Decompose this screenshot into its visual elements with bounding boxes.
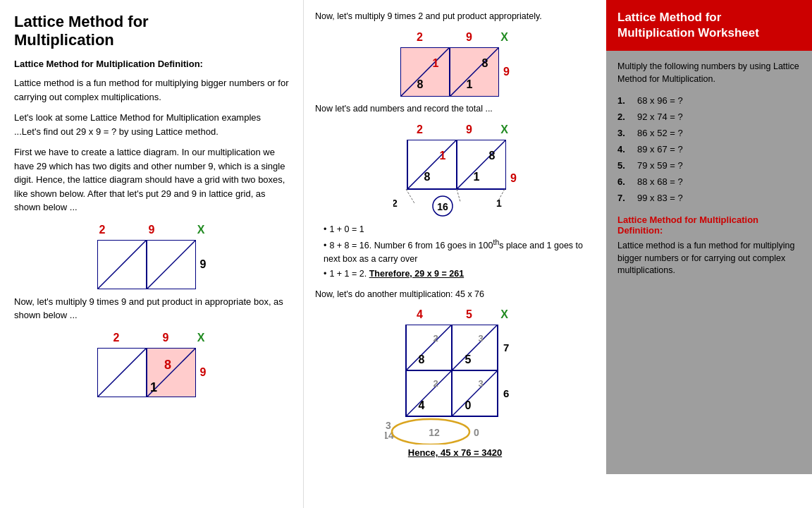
svg-text:1: 1 (474, 171, 480, 183)
svg-text:3: 3 (478, 378, 483, 389)
grid3-svg: 1 8 8 1 (400, 47, 499, 97)
svg-text:8: 8 (489, 150, 496, 162)
grid4-x: X (494, 121, 515, 138)
para4: Now, let's multiply 9 times 9 and put pr… (14, 295, 289, 322)
grid1-col2-label: 9 (127, 222, 176, 238)
lattice-grid-3: 2 9 X 1 8 8 1 9 (315, 29, 595, 97)
grid5-x: X (494, 306, 515, 323)
grid1-right-label: 9 (200, 256, 207, 273)
svg-text:8: 8 (417, 78, 424, 90)
grid4-svg: 1 8 8 1 2 16 1 (393, 140, 506, 217)
svg-line-6 (97, 348, 147, 397)
lattice-grid-4: 2 9 X 1 8 8 1 2 16 1 (315, 121, 595, 217)
grid4-col1: 2 (395, 121, 445, 138)
svg-line-30 (406, 189, 414, 203)
svg-text:8: 8 (424, 171, 431, 183)
definition-title: Lattice Method for Multiplication Defini… (14, 57, 289, 71)
left-panel: Lattice Method forMultiplication Lattice… (0, 0, 303, 508)
problem-item: 6.88 x 68 = ? (617, 176, 801, 187)
right-panel: Lattice Method for Multiplication Worksh… (606, 0, 812, 508)
svg-text:2: 2 (393, 198, 398, 209)
svg-text:0: 0 (465, 399, 471, 411)
problem-list: 1.68 x 96 = ?2.92 x 74 = ?3.86 x 52 = ?4… (617, 95, 801, 203)
right-panel-body: Multiply the following numbers by using … (606, 51, 812, 474)
svg-line-38 (452, 325, 498, 370)
para3: First we have to create a lattice diagra… (14, 145, 289, 214)
bullet-list: 1 + 0 = 1 8 + 8 = 16. Number 6 from 16 g… (324, 223, 595, 281)
svg-text:3: 3 (478, 333, 483, 344)
problem-item: 4.89 x 67 = ? (617, 144, 801, 155)
svg-text:8: 8 (418, 353, 424, 365)
svg-text:0: 0 (474, 427, 479, 438)
grid2-col2-label: 9 (141, 329, 190, 346)
problem-item: 3.86 x 52 = ? (617, 128, 801, 138)
middle-para1: Now, let's multiply 9 times 2 and put pr… (315, 10, 595, 23)
svg-text:5: 5 (465, 353, 471, 365)
grid3-col2: 9 (445, 29, 494, 46)
svg-line-21 (457, 140, 506, 189)
right-definition-text: Lattice method is a fun method for multi… (617, 240, 801, 277)
para2: Let's look at some Lattice Method for Mu… (14, 111, 289, 138)
svg-text:4: 4 (418, 399, 424, 411)
grid5-col2: 5 (445, 306, 494, 323)
lattice-grid-2: 2 9 X 8 1 9 (14, 329, 289, 397)
middle-para2: Now let's add numbers and record the tot… (315, 102, 595, 116)
instructions: Multiply the following numbers by using … (617, 61, 801, 85)
grid2-col1-label: 2 (92, 329, 141, 346)
grid5-col1: 4 (395, 306, 445, 323)
svg-text:2: 2 (433, 333, 438, 344)
problem-item: 5.79 x 59 = ? (617, 160, 801, 171)
svg-text:1: 1 (150, 380, 157, 394)
svg-text:12: 12 (429, 427, 440, 438)
bullet-1: 1 + 0 = 1 (324, 223, 595, 236)
grid3-col1: 2 (395, 29, 445, 46)
right-definition-title: Lattice Method for Multiplication Defini… (617, 214, 801, 236)
bullet-3: 1 + 1 = 2. Therefore, 29 x 9 = 261 (324, 267, 595, 281)
grid5-svg: 2 8 3 5 2 4 3 0 7 6 3 14 12 0 (385, 325, 526, 445)
svg-text:1: 1 (467, 78, 473, 90)
grid4-right: 9 (510, 170, 517, 187)
problem-item: 7.99 x 83 = ? (617, 193, 801, 203)
grid4-col2: 9 (445, 121, 494, 138)
grid2-x-label: X (190, 329, 211, 346)
svg-line-3 (147, 240, 196, 289)
grid2-svg: 8 1 (97, 348, 196, 397)
lattice-grid-5: 4 5 X 2 8 3 (315, 306, 595, 464)
svg-text:7: 7 (503, 341, 509, 353)
middle-para3: Now, let's do another multiplication: 45… (315, 288, 595, 301)
grid2-right-label: 9 (200, 364, 207, 381)
svg-text:1: 1 (440, 150, 446, 162)
lattice-grid-1: 2 9 X 9 (14, 222, 289, 289)
svg-line-39 (406, 370, 452, 416)
svg-text:8: 8 (482, 57, 488, 69)
grid1-col1-label: 2 (78, 222, 127, 238)
svg-line-31 (457, 189, 460, 202)
grid3-right: 9 (503, 64, 510, 80)
result2: Hence, 45 x 76 = 3420 (408, 446, 502, 460)
svg-line-40 (452, 370, 498, 416)
problem-item: 1.68 x 96 = ? (617, 95, 801, 106)
problem-item: 2.92 x 74 = ? (617, 111, 801, 122)
svg-text:8: 8 (164, 358, 171, 372)
grid1-x-label: X (176, 222, 226, 238)
svg-line-20 (407, 140, 457, 189)
bullet-2: 8 + 8 = 16. Number 6 from 16 goes in 100… (324, 237, 595, 266)
svg-text:16: 16 (437, 201, 448, 212)
para1: Lattice method is a fun method for multi… (14, 76, 289, 104)
grid1-svg (97, 240, 196, 289)
svg-text:2: 2 (433, 378, 438, 389)
worksheet-title: Lattice Method for Multiplication Worksh… (617, 11, 759, 40)
main-title: Lattice Method forMultiplication (14, 13, 289, 50)
svg-line-37 (406, 325, 452, 370)
svg-line-2 (97, 240, 147, 289)
right-panel-header: Lattice Method for Multiplication Worksh… (606, 0, 812, 51)
grid3-x: X (494, 29, 515, 46)
svg-text:6: 6 (503, 387, 509, 399)
middle-panel: Now, let's multiply 9 times 2 and put pr… (303, 0, 606, 508)
svg-text:1: 1 (433, 57, 439, 69)
